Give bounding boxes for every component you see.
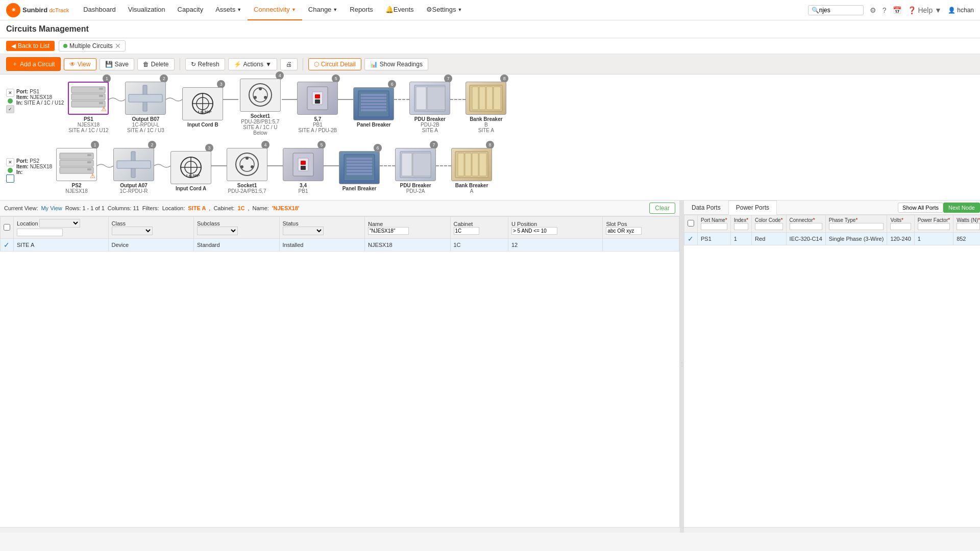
port-powerfactor-filter[interactable] <box>918 223 950 230</box>
circuit1-node-1[interactable]: 1 ⚠ PS1 NJESX18 SITE A / 1C / U12 <box>68 82 109 133</box>
back-to-list-button[interactable]: ◀ Back to List <box>6 41 55 51</box>
left-scrollbar[interactable] <box>0 528 680 533</box>
help-query-icon[interactable]: ? <box>883 6 887 14</box>
nav-links: Dashboard Visualization Capacity Assets▼… <box>77 0 808 20</box>
port-name-filter[interactable] <box>701 223 727 230</box>
location-filter-input[interactable] <box>17 229 63 236</box>
circuit-detail-button[interactable]: ⬡ Circuit Detail <box>308 58 361 70</box>
add-circuit-button[interactable]: ＋ Add a Circuit <box>6 57 61 71</box>
cabinet-filter-input[interactable] <box>454 227 479 235</box>
circuit2-chain: 1 ⚠ PS2 NJESX18 <box>56 148 492 194</box>
tab-power-ports[interactable]: Power Ports <box>728 201 777 215</box>
view-button[interactable]: 👁 View <box>64 58 96 70</box>
circuit-icon: ⬡ <box>314 61 319 68</box>
circuit1-node-4[interactable]: 4 Socket1 PDU-2B/PB1:5,7 SITE A / 1C / U… <box>238 79 282 136</box>
circuit2-node-1[interactable]: 1 ⚠ PS2 NJESX18 <box>56 148 97 194</box>
nav-reports[interactable]: Reports <box>344 0 379 20</box>
circuit2-node-6[interactable]: 6 Panel Breaker <box>339 151 380 191</box>
clear-filters-button[interactable]: Clear <box>649 203 675 214</box>
circuit1-node-7[interactable]: 7 PDU Breaker PDU-2B SITE A <box>409 82 450 133</box>
table-row[interactable]: ✓ SITE A Device Standard Installed NJESX… <box>1 239 679 252</box>
refresh-button[interactable]: ↻ Refresh <box>185 58 225 70</box>
input-cord-img-2: L6-30P <box>170 151 211 184</box>
circuit2-node-8[interactable]: 8 Bank Breaker A <box>451 148 492 194</box>
circuit2-node-5[interactable]: 5 3,4 PB1 <box>283 148 324 194</box>
nav-dashboard[interactable]: Dashboard <box>77 0 122 20</box>
circuit2-status-dot <box>8 168 13 173</box>
row-check-cell[interactable]: ✓ <box>1 239 14 252</box>
port-index-filter[interactable] <box>734 223 748 230</box>
circuit1-check-btn[interactable]: ✓ <box>6 105 14 113</box>
name-filter-input[interactable] <box>368 227 409 235</box>
circuit1-x-btn[interactable]: ✕ <box>6 89 14 97</box>
search-input[interactable] <box>819 7 860 14</box>
tab-data-ports[interactable]: Data Ports <box>684 201 728 214</box>
circuit1-node-6[interactable]: 6 Panel Breaker <box>353 87 394 128</box>
svg-text:L6-30P: L6-30P <box>198 110 212 114</box>
svg-rect-70 <box>458 153 464 176</box>
uposition-filter-input[interactable] <box>511 227 557 235</box>
save-button[interactable]: 💾 Save <box>100 58 134 70</box>
rows-label: Rows: 1 - 1 of 1 <box>65 205 105 211</box>
nav-visualization[interactable]: Visualization <box>122 0 172 20</box>
class-filter-select[interactable]: Device <box>112 227 153 235</box>
view-icon: 👁 <box>69 61 76 68</box>
panel-divider[interactable]: ⋮ <box>680 201 684 527</box>
select-all-checkbox[interactable] <box>4 224 10 231</box>
subclass-filter-select[interactable]: Standard <box>197 227 238 235</box>
port-row-check[interactable]: ✓ <box>684 233 698 245</box>
circuit1-node-5[interactable]: 5 5,7 PB1 SITE A / PDU-2B <box>297 82 338 133</box>
circuit2-check-btn[interactable] <box>6 174 14 183</box>
port-select-all[interactable] <box>688 220 694 227</box>
status-filter-select[interactable]: Installed <box>283 227 324 235</box>
circuit-close-icon[interactable]: ✕ <box>115 42 121 50</box>
settings-icon[interactable]: ⚙ <box>870 6 876 14</box>
circuit2-node-7[interactable]: 7 PDU Breaker PDU-2A <box>395 148 436 194</box>
filter-location-val: SITE A <box>188 205 206 211</box>
svg-rect-42 <box>87 168 91 170</box>
show-all-ports-button[interactable]: Show All Ports <box>898 203 943 213</box>
circuit1-node-2[interactable]: 2 Output B07 1C-RPDU-L SITE A / 1C / U3 <box>125 82 166 133</box>
actions-button[interactable]: ⚡ Actions ▼ <box>228 58 277 70</box>
right-scrollbar[interactable] <box>684 528 980 533</box>
nav-settings[interactable]: ⚙ Settings▼ <box>420 0 469 20</box>
svg-rect-4 <box>99 95 103 97</box>
circuit2-node-2[interactable]: 2 Output A07 1C-RPDU-R <box>113 148 154 194</box>
calendar-icon[interactable]: 📅 <box>893 6 901 14</box>
nav-assets[interactable]: Assets▼ <box>209 0 248 20</box>
port-row-volts: 120-240 <box>887 233 914 245</box>
location-filter-select[interactable] <box>39 219 80 228</box>
circuit1-status-dot <box>8 98 13 104</box>
port-phase-filter[interactable] <box>829 223 884 230</box>
view-name-link[interactable]: My View <box>41 205 62 211</box>
circuit2-node-4[interactable]: 4 Socket1 PDU-2A/PB1:5,7 <box>227 148 267 194</box>
delete-button[interactable]: 🗑 Delete <box>137 58 175 70</box>
nav-search-box[interactable]: 🔍 <box>808 5 864 15</box>
slotpos-filter-input[interactable] <box>606 227 642 235</box>
nav-connectivity[interactable]: Connectivity▼ <box>248 0 302 20</box>
circuit2-node-3[interactable]: 3 L6-30P Input Cord A <box>170 151 211 191</box>
port-color-filter[interactable] <box>755 223 783 230</box>
next-node-button[interactable]: Next Node <box>943 203 980 213</box>
help-btn[interactable]: ❓ Help ▼ <box>908 6 942 14</box>
nav-capacity[interactable]: Capacity <box>172 0 210 20</box>
show-readings-button[interactable]: 📊 Show Readings <box>364 58 428 70</box>
circuit1-node-8[interactable]: 8 Bank Breaker B SITE A <box>465 82 506 133</box>
connector-line-c2-5 <box>324 165 339 166</box>
print-button[interactable]: 🖨 <box>280 58 298 70</box>
port-watts-n-filter[interactable] <box>957 223 980 230</box>
connector-line-c2-3 <box>211 165 227 166</box>
port-table-row[interactable]: ✓ PS1 1 Red IEC-320-C14 Single Phase (3-… <box>684 233 981 245</box>
svg-point-54 <box>251 165 254 168</box>
circuit1-node-3[interactable]: 3 L6-30P Input Cord B <box>182 87 223 128</box>
port-connector-filter[interactable] <box>790 223 822 230</box>
nav-right: 🔍 ⚙ ? 📅 ❓ Help ▼ 👤 hchan <box>808 5 974 15</box>
nav-events[interactable]: 🔔 Events <box>379 0 420 20</box>
user-menu[interactable]: 👤 hchan <box>948 7 974 14</box>
port-volts-filter[interactable] <box>890 223 911 230</box>
svg-point-13 <box>249 84 272 106</box>
circuit2-x-btn[interactable]: ✕ <box>6 158 14 166</box>
nav-change[interactable]: Change▼ <box>302 0 344 20</box>
row-uposition-cell: 12 <box>508 239 603 252</box>
node-label: 5,7 PB1 SITE A / PDU-2B <box>299 116 337 133</box>
